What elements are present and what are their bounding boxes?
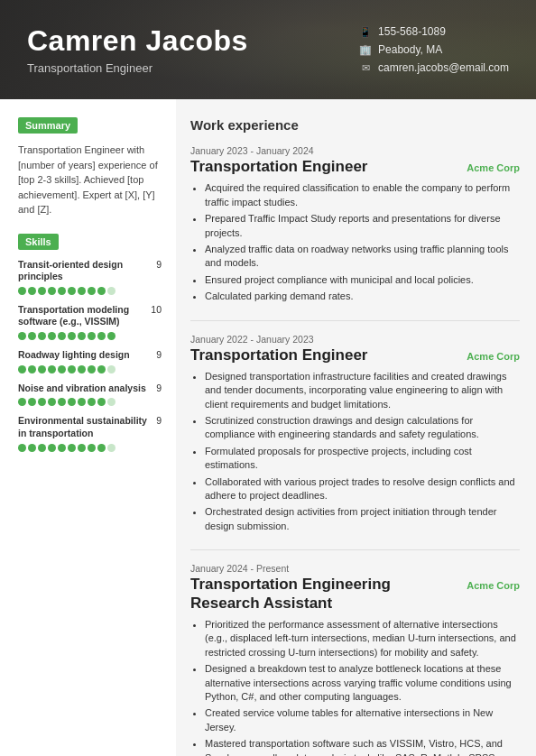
skill-item: Transit-oriented design principles9 bbox=[18, 259, 162, 295]
skill-dot bbox=[28, 332, 36, 340]
skill-dot bbox=[68, 287, 76, 295]
skill-header: Roadway lighting design9 bbox=[18, 349, 162, 362]
phone-contact: 📱 155-568-1089 bbox=[359, 25, 509, 38]
skill-dot bbox=[48, 444, 56, 452]
skill-header: Environmental sustainability in transpor… bbox=[18, 415, 162, 439]
skill-dot bbox=[97, 365, 106, 373]
skill-dot bbox=[97, 332, 106, 340]
skill-dot bbox=[18, 444, 26, 452]
location-value: Peabody, MA bbox=[378, 43, 442, 56]
job-bullet: Calculated parking demand rates. bbox=[205, 290, 520, 303]
job-title: Transportation Engineer bbox=[190, 158, 367, 176]
right-column: Work experience January 2023 - January 2… bbox=[176, 99, 536, 756]
skill-score: 9 bbox=[156, 349, 162, 360]
job-bullets: Prioritized the performance assessment o… bbox=[190, 618, 520, 756]
job-divider bbox=[190, 320, 520, 321]
skill-dot bbox=[97, 398, 106, 406]
skills-section: Skills Transit-oriented design principle… bbox=[18, 234, 162, 452]
header: Camren Jacobs Transportation Engineer 📱 … bbox=[0, 0, 536, 99]
skill-dot bbox=[107, 287, 116, 295]
skill-dots bbox=[18, 365, 162, 373]
job-bullet: Orchestrated design activities from proj… bbox=[205, 505, 520, 533]
left-column: Summary Transportation Engineer with [nu… bbox=[0, 99, 176, 756]
skill-dot bbox=[88, 444, 96, 452]
skill-dot bbox=[28, 287, 36, 295]
job-bullet: Acquired the required classification to … bbox=[205, 181, 520, 209]
summary-section: Summary Transportation Engineer with [nu… bbox=[18, 117, 162, 217]
phone-value: 155-568-1089 bbox=[378, 25, 446, 38]
email-contact: ✉ camren.jacobs@email.com bbox=[359, 61, 509, 74]
job-date: January 2023 - January 2024 bbox=[190, 145, 520, 156]
email-value: camren.jacobs@email.com bbox=[378, 61, 509, 74]
location-icon: 🏢 bbox=[359, 43, 372, 56]
skill-dot bbox=[48, 398, 56, 406]
skill-header: Transportation modeling software (e.g., … bbox=[18, 304, 162, 328]
job-bullet: Mastered transportation software such as… bbox=[205, 737, 520, 756]
job-bullet: Designed a breakdown test to analyze bot… bbox=[205, 662, 520, 704]
job-bullet: Collaborated with various project trades… bbox=[205, 475, 520, 503]
skill-dot bbox=[58, 398, 66, 406]
job-entry: January 2022 - January 2023Transportatio… bbox=[190, 334, 520, 534]
skill-dot bbox=[78, 444, 86, 452]
skill-dot bbox=[48, 287, 56, 295]
job-bullet: Formulated proposals for prospective pro… bbox=[205, 445, 520, 473]
skill-dot bbox=[88, 365, 96, 373]
job-date: January 2022 - January 2023 bbox=[190, 334, 520, 345]
skill-dot bbox=[38, 365, 46, 373]
skill-name: Environmental sustainability in transpor… bbox=[18, 415, 152, 439]
job-company: Acme Corp bbox=[467, 162, 520, 173]
job-title-row: Transportation EngineerAcme Corp bbox=[190, 158, 520, 176]
header-left: Camren Jacobs Transportation Engineer bbox=[27, 24, 359, 75]
skill-dot bbox=[78, 365, 86, 373]
skill-dot bbox=[28, 365, 36, 373]
skill-dot bbox=[18, 287, 26, 295]
job-title: Transportation Engineer bbox=[190, 346, 367, 364]
skill-item: Noise and vibration analysis9 bbox=[18, 383, 162, 407]
skill-dot bbox=[78, 332, 86, 340]
skill-dot bbox=[107, 398, 116, 406]
skill-dot bbox=[18, 332, 26, 340]
skill-dot bbox=[48, 332, 56, 340]
skill-dot bbox=[78, 287, 86, 295]
skill-dots bbox=[18, 444, 162, 452]
skill-dot bbox=[38, 287, 46, 295]
summary-text: Transportation Engineer with [number of … bbox=[18, 143, 162, 217]
job-title: Transportation EngineeringResearch Assis… bbox=[190, 576, 391, 613]
skill-item: Roadway lighting design9 bbox=[18, 349, 162, 373]
skill-dots bbox=[18, 287, 162, 295]
phone-icon: 📱 bbox=[359, 25, 372, 38]
skill-dot bbox=[78, 398, 86, 406]
skill-dot bbox=[28, 398, 36, 406]
skill-dot bbox=[48, 365, 56, 373]
job-company: Acme Corp bbox=[467, 580, 520, 591]
skill-score: 9 bbox=[156, 259, 162, 270]
skill-item: Transportation modeling software (e.g., … bbox=[18, 304, 162, 340]
job-company: Acme Corp bbox=[467, 351, 520, 362]
job-entry: January 2023 - January 2024Transportatio… bbox=[190, 145, 520, 304]
skill-dot bbox=[88, 332, 96, 340]
job-divider bbox=[190, 549, 520, 550]
job-bullet: Ensured project compliance with municipa… bbox=[205, 273, 520, 287]
skill-dot bbox=[107, 332, 116, 340]
skill-dot bbox=[68, 365, 76, 373]
skill-dot bbox=[107, 444, 116, 452]
skill-name: Noise and vibration analysis bbox=[18, 383, 152, 395]
main-content: Summary Transportation Engineer with [nu… bbox=[0, 99, 536, 756]
skill-dot bbox=[107, 365, 116, 373]
job-bullets: Designed transportation infrastructure f… bbox=[190, 370, 520, 533]
skill-score: 9 bbox=[156, 383, 162, 393]
skills-list: Transit-oriented design principles9Trans… bbox=[18, 259, 162, 452]
email-icon: ✉ bbox=[359, 61, 372, 74]
skill-dot bbox=[88, 398, 96, 406]
skill-dot bbox=[97, 287, 106, 295]
skill-dot bbox=[58, 287, 66, 295]
skill-dot bbox=[58, 332, 66, 340]
skill-name: Roadway lighting design bbox=[18, 349, 152, 362]
skill-dot bbox=[18, 398, 26, 406]
job-bullet: Scrutinized construction drawings and de… bbox=[205, 414, 520, 442]
location-contact: 🏢 Peabody, MA bbox=[359, 43, 509, 56]
skill-score: 9 bbox=[156, 415, 162, 426]
skill-score: 10 bbox=[151, 304, 162, 315]
work-section-title: Work experience bbox=[190, 117, 520, 133]
jobs-list: January 2023 - January 2024Transportatio… bbox=[190, 145, 520, 756]
